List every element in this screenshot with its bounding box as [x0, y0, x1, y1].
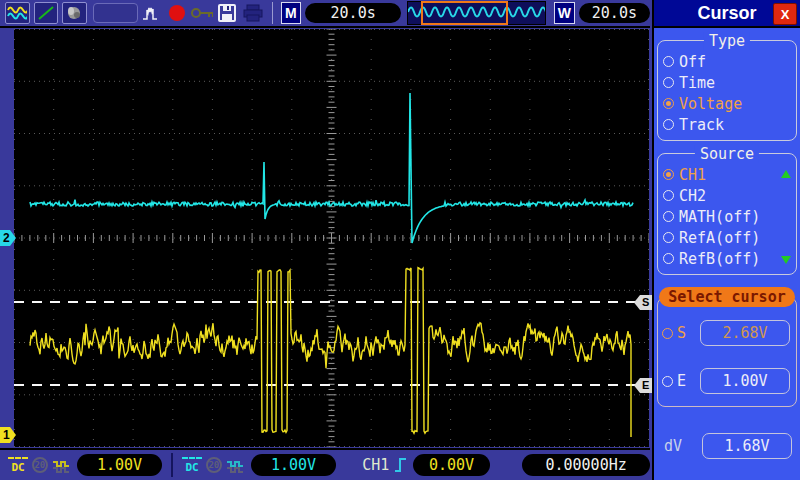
radio-icon	[663, 232, 674, 243]
radio-icon	[663, 190, 674, 201]
ch2-scale-value: 1.00V	[251, 454, 336, 476]
record-button[interactable]	[166, 3, 187, 23]
radio-selected-icon	[663, 169, 674, 180]
gray-blob-icon	[65, 5, 83, 21]
ch1-ground-marker[interactable]: 1	[0, 427, 17, 443]
select-cursor-button[interactable]: Select cursor	[659, 287, 795, 307]
dv-value: 1.68V	[702, 433, 792, 459]
ch1-coupling-icon[interactable]: DC	[8, 457, 28, 474]
trigger-rising-edge-icon	[393, 456, 408, 474]
toolbar-separator	[272, 2, 273, 24]
source-group: Source CH1 CH2 MATH(off) RefA(off) Ref	[657, 153, 797, 275]
radio-icon	[662, 376, 673, 387]
ch1-scale-value: 1.00V	[77, 454, 162, 476]
ch1-invert-wave-icon[interactable]	[52, 457, 73, 473]
radio-selected-icon	[663, 98, 674, 109]
ch1-bandwidth-icon[interactable]: 20	[32, 457, 48, 473]
cursor-e-row[interactable]: E 1.00V	[662, 368, 792, 394]
source-option-ch1[interactable]: CH1	[661, 164, 793, 185]
type-group-title: Type	[704, 32, 750, 50]
toolbar: M 20.0s W 20.0s	[0, 0, 650, 28]
green-line-icon	[37, 5, 55, 21]
radio-icon	[663, 119, 674, 130]
type-option-time[interactable]: Time	[661, 72, 793, 93]
channel-waves-icon	[7, 5, 27, 21]
ch2-ground-marker[interactable]: 2	[0, 230, 17, 246]
preview-window-handle[interactable]	[421, 1, 508, 25]
type-option-voltage[interactable]: Voltage	[661, 93, 793, 114]
source-group-title: Source	[695, 145, 759, 163]
pulse-icon	[142, 4, 162, 22]
print-button[interactable]	[242, 3, 264, 23]
cursor-e-tag[interactable]: E	[634, 378, 652, 393]
window-timebase-value: 20.0s	[579, 3, 650, 23]
close-icon: X	[781, 7, 790, 22]
xy-display-button[interactable]	[62, 2, 87, 24]
cursor-menu-panel: Cursor X Type Off Time Voltage Track	[652, 0, 800, 480]
graticule-area	[14, 29, 649, 447]
cursor-values-group: Select cursor S 2.68V E 1.00V	[657, 297, 797, 407]
cursor-s-tag[interactable]: S	[634, 295, 652, 310]
delta-voltage-row: dV 1.68V	[664, 433, 794, 459]
save-button[interactable]	[217, 3, 238, 23]
frequency-counter-value: 0.00000Hz	[522, 454, 650, 476]
record-icon	[168, 4, 186, 22]
cursor-e-value[interactable]: 1.00V	[700, 368, 790, 394]
scroll-down-icon[interactable]	[781, 256, 791, 264]
cursor-s-value[interactable]: 2.68V	[700, 320, 790, 346]
status-bar: DC 20 1.00V DC 20 1.00V CH1 0.00V 0.0000…	[0, 448, 650, 480]
radio-icon	[663, 56, 674, 67]
radio-icon	[663, 77, 674, 88]
lock-button[interactable]	[191, 3, 213, 23]
status-separator	[171, 453, 173, 477]
radio-icon	[663, 211, 674, 222]
main-timebase-value: 20.0s	[305, 3, 401, 23]
ch2-coupling-icon[interactable]: DC	[182, 457, 202, 474]
empty-button[interactable]	[93, 3, 138, 23]
source-option-ch2[interactable]: CH2	[661, 185, 793, 206]
trigger-level-value: 0.00V	[413, 454, 490, 476]
oscilloscope-screen: M 20.0s W 20.0s 2 1 S	[0, 0, 800, 480]
waveform-preview[interactable]	[407, 1, 546, 25]
channels-button[interactable]	[5, 2, 30, 24]
dv-label: dV	[664, 437, 682, 455]
source-option-refb[interactable]: RefB(off)	[661, 248, 793, 269]
cursor-s-row[interactable]: S 2.68V	[662, 320, 792, 346]
scroll-up-icon[interactable]	[781, 170, 791, 178]
waveform-display	[14, 29, 649, 447]
radio-icon	[663, 253, 674, 264]
type-group: Type Off Time Voltage Track	[657, 40, 797, 141]
type-option-track[interactable]: Track	[661, 114, 793, 135]
floppy-save-icon	[217, 3, 237, 23]
main-timebase-badge: M	[281, 2, 302, 24]
pulse-button[interactable]	[142, 3, 163, 23]
panel-title-bar: Cursor X	[654, 0, 800, 28]
window-timebase-badge: W	[554, 2, 575, 24]
key-icon	[191, 6, 213, 20]
ch2-bandwidth-icon[interactable]: 20	[206, 457, 222, 473]
panel-title: Cursor	[697, 3, 756, 24]
close-button[interactable]: X	[773, 3, 797, 25]
ch2-invert-wave-icon[interactable]	[226, 457, 247, 473]
source-option-math[interactable]: MATH(off)	[661, 206, 793, 227]
measure-line-button[interactable]	[34, 2, 59, 24]
type-option-off[interactable]: Off	[661, 51, 793, 72]
radio-selected-icon	[662, 328, 673, 339]
printer-icon	[242, 3, 264, 23]
source-option-refa[interactable]: RefA(off)	[661, 227, 793, 248]
trigger-source-label: CH1	[362, 456, 389, 474]
